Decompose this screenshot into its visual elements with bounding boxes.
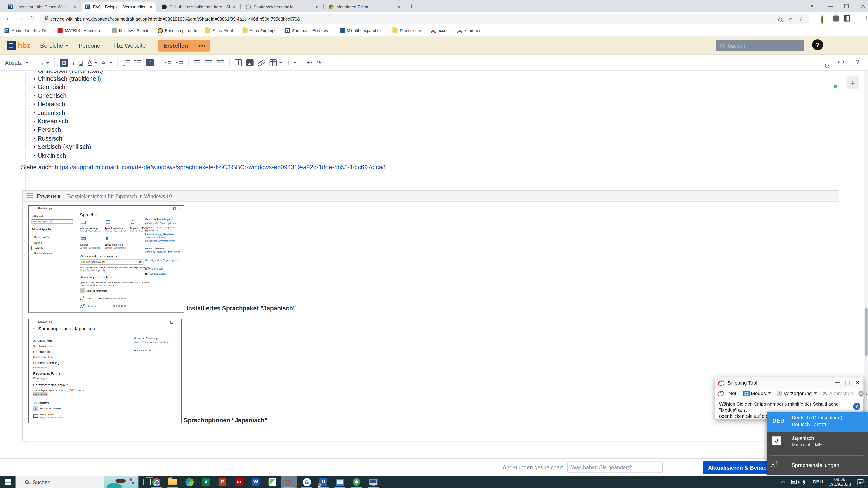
taskbar-edge[interactable] — [182, 476, 197, 488]
page-layout-button[interactable] — [235, 59, 242, 66]
snip-close-button[interactable]: ✕ — [855, 380, 860, 386]
start-button[interactable] — [0, 476, 16, 488]
list-item[interactable]: •Russisch — [0, 134, 443, 142]
insert-image-button[interactable] — [246, 59, 254, 66]
taskbar-chrome[interactable] — [148, 476, 164, 488]
find-button[interactable] — [825, 60, 829, 70]
tray-language-indicator[interactable]: DEU — [813, 479, 823, 485]
taskbar-file-explorer[interactable] — [165, 476, 181, 488]
tab-metadaten[interactable]: Metadaten-Editor ✕ — [326, 2, 404, 12]
bookmark-zammad[interactable]: Zammad - First Lev... — [285, 28, 331, 33]
help-button[interactable]: ? — [812, 39, 823, 51]
snip-delay-button[interactable]: Verzögerung — [776, 391, 817, 396]
nav-hbz-website[interactable]: hbz-Website — [114, 42, 146, 48]
taskbar-search[interactable]: Suchen — [16, 476, 138, 488]
reload-icon[interactable]: ↻ — [30, 14, 35, 22]
insert-link-button[interactable] — [258, 59, 265, 66]
tab-close-icon[interactable]: ✕ — [230, 5, 236, 9]
confluence-search[interactable] — [716, 40, 804, 51]
bookmark-anmelden[interactable]: Anmelden - hbz Di... — [4, 28, 49, 33]
bookmark-zuordnen[interactable]: zuordnen — [457, 28, 482, 33]
more-formatting-button[interactable]: A° — [101, 59, 112, 66]
window-minimize-button[interactable] — [822, 0, 838, 12]
taskbar-g-app[interactable]: G — [299, 476, 314, 488]
taskbar-ultraedit[interactable]: U — [315, 476, 331, 488]
url-text[interactable]: service-wiki.hbz-nrw.de/pages/resumedraf… — [51, 16, 779, 21]
list-item[interactable]: •Chinesisch (vereinfacht) — [0, 71, 443, 74]
outdent-button[interactable] — [164, 59, 172, 66]
align-left-button[interactable] — [194, 59, 201, 66]
numbered-list-button[interactable] — [134, 59, 142, 66]
action-center-icon[interactable]: 1 — [857, 479, 864, 485]
zoom-page-icon[interactable] — [778, 14, 782, 24]
taskbar-powerpoint[interactable]: P — [215, 476, 230, 488]
language-settings-item[interactable]: Spracheinstellungen — [792, 462, 839, 468]
forward-icon[interactable]: → — [18, 14, 24, 21]
hbz-logo-text[interactable]: hbz — [18, 41, 30, 50]
share-icon[interactable]: ↗ — [788, 16, 792, 22]
tab-close-icon[interactable]: ✕ — [395, 5, 401, 9]
speaker-icon[interactable] — [802, 480, 805, 484]
tab-github[interactable]: GitHub: Let's build from here · Gi ✕ — [158, 2, 239, 12]
redo-button[interactable]: ↷ — [316, 59, 322, 66]
taskbar-remote-desktop[interactable] — [365, 476, 381, 488]
erstellen-button[interactable]: Erstellen — [158, 42, 193, 48]
language-option-german[interactable]: DEU Deutsch (Deutschland) Deutsch-Tastat… — [767, 412, 868, 431]
tab-close-icon[interactable]: ✕ — [71, 5, 76, 9]
list-item[interactable]: •Chinesisch (traditionell) — [0, 74, 443, 83]
taskbar-excel[interactable]: X — [198, 476, 214, 488]
taskbar-green-app[interactable] — [349, 476, 364, 488]
expand-macro-header[interactable]: Erweitern | Beispielansichten für Japani… — [23, 191, 839, 202]
erstellen-more-button[interactable]: ••• — [193, 42, 211, 48]
snipping-titlebar[interactable]: Snipping Tool ✕ — [715, 377, 864, 388]
list-item[interactable]: •Serbisch (Kyrillisch) — [0, 142, 443, 151]
paragraph-style-select[interactable]: Absatz — [5, 59, 29, 66]
indent-button[interactable] — [176, 59, 183, 66]
list-item[interactable]: •Hebräisch — [0, 100, 443, 108]
window-chevron-icon[interactable] — [804, 0, 820, 12]
bookmark-itsy[interactable]: hbz itsy - Sign in — [112, 28, 149, 33]
window-close-button[interactable]: ✕ — [855, 0, 868, 12]
taskbar-filezilla[interactable]: Fz — [231, 476, 247, 488]
embedded-screenshot-sprachoptionen[interactable]: ← Einstellungen – ✕ ⌂ Sprachoptionen: Ja… — [28, 319, 182, 423]
taskbar-greenshot[interactable] — [265, 476, 280, 488]
hbz-logo-icon[interactable] — [6, 41, 16, 50]
bookmark-util-f[interactable]: Mit util-f expand te... — [340, 28, 384, 33]
page-scrollbar-thumb[interactable] — [865, 308, 867, 357]
browser-menu-icon[interactable]: ⋮ — [864, 15, 868, 21]
taskbar-snipping-tool[interactable] — [281, 476, 297, 488]
list-numbering-select[interactable]: 11.1 — [39, 59, 50, 66]
task-list-button[interactable]: ✓ — [146, 59, 154, 66]
tab-close-icon[interactable]: ✕ — [147, 5, 153, 9]
bookmark-alma-aleph[interactable]: Alma-Aleph — [206, 28, 234, 33]
snip-help-icon[interactable]: ? — [853, 403, 860, 410]
align-center-button[interactable] — [205, 59, 213, 66]
bookmark-matrix[interactable]: MATRIX - Anmeldu... — [58, 28, 103, 33]
align-right-button[interactable] — [217, 59, 224, 66]
bullet-list-button[interactable] — [123, 59, 130, 66]
back-icon[interactable]: ← — [5, 14, 11, 21]
change-comment-input[interactable] — [567, 461, 662, 473]
extensions-puzzle-icon[interactable] — [833, 15, 839, 22]
bookmark-dienstliches[interactable]: Dienstliches — [393, 28, 422, 33]
source-view-button[interactable]: < > — [837, 59, 845, 65]
tab-uebersicht[interactable]: Übersicht - hbz Dienst-Wiki ✕ — [4, 2, 80, 12]
tab-close-icon[interactable]: ✕ — [313, 5, 319, 9]
address-bar[interactable]: service-wiki.hbz-nrw.de/pages/resumedraf… — [40, 14, 809, 24]
bookmark-accen[interactable]: accen — [430, 28, 449, 33]
language-option-japanese[interactable]: J Japanisch Microsoft-IME — [767, 431, 868, 453]
snip-mode-button[interactable]: Modus — [743, 391, 771, 396]
network-icon[interactable] — [791, 480, 796, 484]
list-item[interactable]: •Japanisch — [0, 108, 443, 117]
bookmark-star-icon[interactable]: ☆ — [799, 16, 804, 22]
nav-bereiche[interactable]: Bereiche — [40, 42, 69, 48]
snip-new-button[interactable]: Neu — [717, 390, 738, 397]
taskbar-word[interactable]: W — [248, 476, 264, 488]
insert-more-button[interactable]: + — [287, 58, 296, 67]
invite-plus-button[interactable]: + — [846, 76, 859, 89]
underline-button[interactable]: U — [79, 59, 84, 66]
embedded-screenshot-sprache[interactable]: ← Einstellungen – ✕ ⌂ Startseite Einstel… — [28, 205, 184, 313]
darkreader-extension-icon[interactable] — [844, 15, 850, 22]
list-item[interactable]: •Griechisch — [0, 92, 443, 100]
snip-options-button[interactable]: Optionen — [859, 391, 868, 396]
